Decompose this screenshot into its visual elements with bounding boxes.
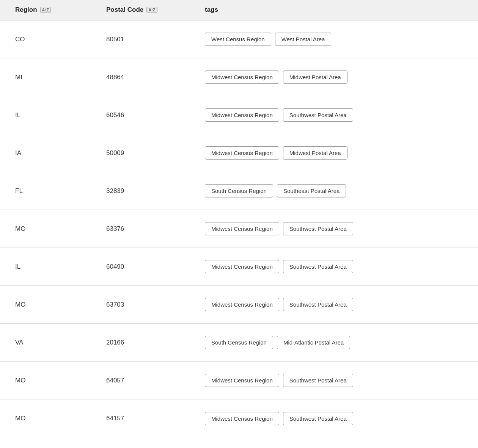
region-sort-badge: A:Z [40, 7, 51, 13]
tag-badge[interactable]: Midwest Census Region [205, 412, 279, 425]
table-row: IA50009Midwest Census RegionMidwest Post… [0, 134, 478, 172]
tag-badge[interactable]: Midwest Census Region [205, 374, 279, 387]
tag-badge[interactable]: Southwest Postal Area [283, 222, 353, 235]
cell-postal: 20166 [106, 339, 205, 346]
cell-postal: 32839 [106, 187, 205, 195]
tag-badge[interactable]: Midwest Postal Area [283, 70, 347, 84]
tag-badge[interactable]: Midwest Census Region [205, 222, 279, 235]
tag-badge[interactable]: Southeast Postal Area [277, 184, 346, 197]
cell-postal: 50009 [106, 149, 205, 157]
table-row: MO64057Midwest Census RegionSouthwest Po… [0, 362, 478, 399]
cell-tags: Midwest Census RegionSouthwest Postal Ar… [205, 260, 463, 273]
cell-region: MI [15, 74, 106, 81]
cell-tags: Midwest Census RegionSouthwest Postal Ar… [205, 374, 463, 387]
cell-postal: 63376 [106, 225, 205, 233]
column-header-postal[interactable]: Postal Code A:Z [106, 6, 205, 14]
cell-tags: Midwest Census RegionMidwest Postal Area [205, 146, 463, 160]
cell-tags: West Census RegionWest Postal Area [205, 33, 463, 46]
cell-tags: Midwest Census RegionSouthwest Postal Ar… [205, 108, 463, 122]
cell-region: MO [15, 415, 106, 422]
tag-badge[interactable]: West Census Region [205, 33, 271, 46]
cell-region: IA [15, 149, 106, 157]
cell-postal: 64157 [106, 415, 205, 422]
table-row: MI48864Midwest Census RegionMidwest Post… [0, 58, 478, 96]
postal-column-label: Postal Code [106, 6, 143, 14]
tag-badge[interactable]: Midwest Postal Area [283, 146, 347, 160]
tag-badge[interactable]: Mid-Atlantic Postal Area [277, 336, 350, 349]
cell-tags: Midwest Census RegionSouthwest Postal Ar… [205, 412, 463, 425]
tag-badge[interactable]: Southwest Postal Area [283, 108, 353, 122]
cell-postal: 60546 [106, 111, 205, 119]
tag-badge[interactable]: Midwest Census Region [205, 108, 279, 122]
cell-tags: Midwest Census RegionMidwest Postal Area [205, 70, 463, 84]
cell-tags: South Census RegionMid-Atlantic Postal A… [205, 336, 463, 349]
cell-region: MO [15, 225, 106, 233]
cell-region: VA [15, 339, 106, 346]
cell-region: CO [15, 36, 106, 43]
tag-badge[interactable]: Midwest Census Region [205, 70, 279, 84]
column-header-tags: tags [205, 6, 463, 14]
postal-sort-badge: A:Z [146, 7, 157, 13]
cell-tags: South Census RegionSoutheast Postal Area [205, 184, 463, 197]
tags-column-label: tags [205, 6, 218, 13]
table-row: MO63703Midwest Census RegionSouthwest Po… [0, 286, 478, 324]
table-row: CO80501West Census RegionWest Postal Are… [0, 20, 478, 58]
region-column-label: Region [15, 6, 37, 14]
tag-badge[interactable]: Midwest Census Region [205, 260, 279, 273]
table-row: IL60546Midwest Census RegionSouthwest Po… [0, 96, 478, 134]
tag-badge[interactable]: South Census Region [205, 336, 273, 349]
cell-postal: 63703 [106, 301, 205, 309]
cell-region: IL [15, 111, 106, 119]
tag-badge[interactable]: Southwest Postal Area [283, 298, 353, 311]
tag-badge[interactable]: South Census Region [205, 184, 273, 197]
cell-region: MO [15, 301, 106, 309]
column-header-region[interactable]: Region A:Z [15, 6, 106, 14]
cell-tags: Midwest Census RegionSouthwest Postal Ar… [205, 222, 463, 235]
table-row: FL32839South Census RegionSoutheast Post… [0, 172, 478, 210]
cell-postal: 80501 [106, 36, 205, 43]
cell-postal: 64057 [106, 377, 205, 384]
tag-badge[interactable]: Midwest Census Region [205, 146, 279, 160]
data-table: Region A:Z Postal Code A:Z tags CO80501W… [0, 0, 478, 448]
tag-badge[interactable]: Southwest Postal Area [283, 260, 353, 273]
table-row: IL60490Midwest Census RegionSouthwest Po… [0, 248, 478, 286]
tag-badge[interactable]: Southwest Postal Area [283, 412, 353, 425]
tag-badge[interactable]: Southwest Postal Area [283, 374, 353, 387]
cell-postal: 48864 [106, 74, 205, 81]
cell-region: FL [15, 187, 106, 195]
table-body: CO80501West Census RegionWest Postal Are… [0, 20, 478, 437]
tag-badge[interactable]: Midwest Census Region [205, 298, 279, 311]
cell-postal: 60490 [106, 263, 205, 271]
table-row: VA20166South Census RegionMid-Atlantic P… [0, 324, 478, 362]
tag-badge[interactable]: West Postal Area [275, 33, 332, 46]
cell-tags: Midwest Census RegionSouthwest Postal Ar… [205, 298, 463, 311]
table-header: Region A:Z Postal Code A:Z tags [0, 0, 478, 20]
table-row: MO63376Midwest Census RegionSouthwest Po… [0, 210, 478, 248]
cell-region: MO [15, 377, 106, 384]
table-row: MO64157Midwest Census RegionSouthwest Po… [0, 399, 478, 437]
cell-region: IL [15, 263, 106, 271]
